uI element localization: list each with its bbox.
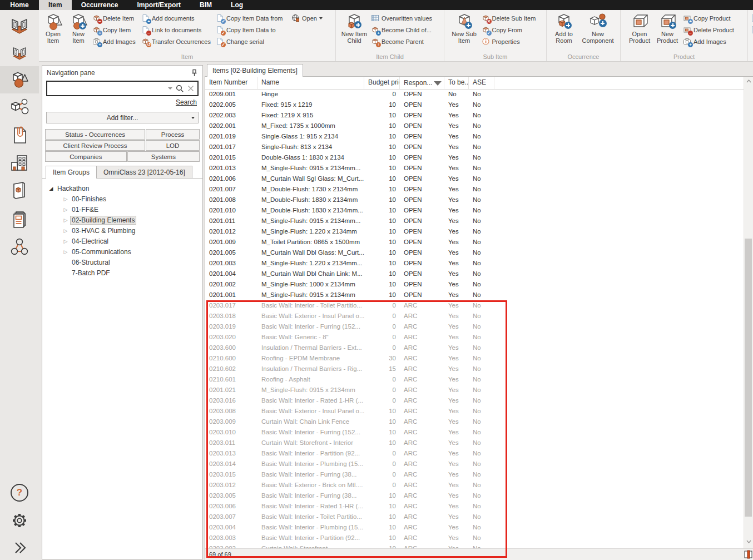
table-row[interactable]: 0201.007M_Double-Flush: 1730 x 2134mm10O…: [205, 184, 744, 195]
column-header-item-number[interactable]: Item Number: [205, 77, 257, 89]
chevron-collapsed-icon[interactable]: ▷: [61, 228, 70, 234]
table-row[interactable]: 0203.016Basic Wall: Interior - Rated 1-H…: [205, 395, 744, 406]
chevron-collapsed-icon[interactable]: ▷: [61, 249, 70, 255]
table-row[interactable]: 0201.005M_Curtain Wall Dbl Glass: M_Curt…: [205, 247, 744, 258]
attachments-icon[interactable]: [0, 121, 39, 148]
table-row[interactable]: 0203.015Basic Wall: Interior - Furring (…: [205, 469, 744, 480]
table-row[interactable]: 0203.007Basic Wall: Interior - Toilet Pa…: [205, 512, 744, 522]
tree-item[interactable]: ▷03-HVAC & Plumbing: [47, 225, 202, 236]
new-component-button[interactable]: New Component: [578, 11, 617, 44]
tree-item[interactable]: ▷02-Building Elements: [47, 215, 202, 225]
vertical-scrollbar[interactable]: [744, 77, 753, 548]
open-product-button[interactable]: Open Product: [626, 11, 653, 44]
table-row[interactable]: 0201.012M_Single-Flush: 1.220 x 2134mm10…: [205, 226, 744, 237]
chevron-collapsed-icon[interactable]: ▷: [61, 217, 70, 223]
items-icon[interactable]: [0, 66, 39, 93]
tab-item-groups[interactable]: Item Groups: [46, 166, 97, 179]
clear-search-icon[interactable]: [187, 85, 194, 92]
table-row[interactable]: 0201.013M_Single-Flush: 0915 x 2134mm...…: [205, 163, 744, 174]
table-row[interactable]: 0203.600Insulation / Thermal Barriers - …: [205, 343, 744, 353]
scrollbar-thumb[interactable]: [745, 239, 752, 517]
table-row[interactable]: 0203.002Curtain Wall: Storefront10ARCYes…: [205, 543, 744, 548]
help-icon[interactable]: ?: [0, 479, 39, 506]
settings-icon[interactable]: [0, 507, 39, 534]
table-row[interactable]: 0203.020Basic Wall: Generic - 8"0ARCYesN…: [205, 332, 744, 343]
overwritten-values-button[interactable]: Overwritten values: [369, 12, 440, 24]
table-row[interactable]: 0203.008Basic Wall: Exterior - Insul Pan…: [205, 406, 744, 417]
search-input[interactable]: [47, 85, 168, 92]
open-item-button[interactable]: Open Item: [40, 11, 66, 44]
filter-systems-button[interactable]: Systems: [127, 151, 200, 162]
tree-item[interactable]: ▷00-Finishes: [47, 194, 202, 204]
search-link[interactable]: Search: [176, 98, 197, 106]
table-row[interactable]: 0201.008M_Double-Flush: 1830 x 2134mm10O…: [205, 195, 744, 205]
filter-companies-button[interactable]: Companies: [45, 151, 127, 162]
filter-client-review-process-button[interactable]: Client Review Process: [45, 140, 145, 151]
column-header-budget-price[interactable]: Budget price: [364, 77, 400, 89]
products-icon[interactable]: [0, 177, 39, 204]
systems-icon[interactable]: [0, 234, 39, 261]
tab-log[interactable]: Log: [221, 0, 252, 10]
table-row[interactable]: 0203.004Basic Wall: Interior - Plumbing …: [205, 522, 744, 533]
copy-item-data-from-button[interactable]: ✓ Copy Item Data from: [214, 12, 290, 24]
search-icon[interactable]: [176, 85, 184, 93]
table-row[interactable]: 0202.001M_Fixed: 1735 x 1000mm10OPENYesN…: [205, 121, 744, 131]
table-row[interactable]: 0203.011Curtain Wall: Storefront - Inter…: [205, 438, 744, 448]
rooms-icon[interactable]: [0, 12, 39, 39]
clipped-link-documents-button[interactable]: − Li: [749, 24, 753, 36]
tab-omniclass[interactable]: OmniClass 23 [2012-05-16]: [96, 166, 192, 178]
tree-item[interactable]: ▷05-Communications: [47, 246, 202, 257]
tree-item[interactable]: 06-Structural: [47, 257, 202, 267]
clipped-add-documents-button[interactable]: + Ad: [749, 12, 753, 24]
scroll-up-icon[interactable]: [744, 77, 753, 86]
column-header-ase[interactable]: ASE: [469, 77, 494, 89]
change-serial-button[interactable]: ✓ Change serial: [214, 36, 331, 47]
filter-process-button[interactable]: Process: [146, 129, 200, 140]
table-row[interactable]: 0202.005Fixed: 915 x 121910OPENYesNo: [205, 100, 744, 110]
transfer-occurrences-button[interactable]: ↺ Transfer Occurrences: [140, 36, 214, 47]
pin-icon[interactable]: [191, 69, 198, 77]
filter-lod-button[interactable]: LOD: [146, 140, 200, 151]
table-row[interactable]: 0201.009M_Toilet Partition: 0865 x 1500m…: [205, 237, 744, 247]
column-header-to-be[interactable]: To be...: [444, 77, 469, 89]
link-to-documents-button[interactable]: − Link to documents: [140, 24, 214, 36]
open-menu-button[interactable]: Open: [290, 12, 324, 24]
table-row[interactable]: 0201.011M_Single-Flush: 0915 x 2134mm...…: [205, 216, 744, 226]
properties-button[interactable]: Properties: [480, 36, 542, 47]
table-row[interactable]: 0203.010Basic Wall: Interior - Furring (…: [205, 427, 744, 438]
copy-item-button[interactable]: + Copy Item: [91, 24, 140, 36]
tree-root[interactable]: ◢ Hackathon: [47, 183, 202, 194]
scroll-down-icon[interactable]: [744, 537, 753, 546]
table-row[interactable]: 0203.012Basic Wall: Exterior - Brick on …: [205, 480, 744, 490]
copy-product-button[interactable]: + Copy Product: [681, 12, 742, 24]
table-row[interactable]: 0203.005Basic Wall: Interior - Furring (…: [205, 490, 744, 501]
table-row[interactable]: 0203.018Basic Wall: Exterior - Insul Pan…: [205, 311, 744, 321]
table-row[interactable]: 0209.001Hinge0OPENNoNo: [205, 89, 744, 100]
items-document-tab[interactable]: Items [02-Building Elements]: [207, 64, 303, 77]
add-documents-button[interactable]: + Add documents: [140, 12, 214, 24]
components-icon[interactable]: [0, 93, 39, 121]
table-row[interactable]: 0201.017Single-Flush: 813 x 213410OPENYe…: [205, 142, 744, 152]
tree-item[interactable]: 7-Batch PDF: [47, 267, 202, 278]
new-sub-item-button[interactable]: New Sub Item: [449, 11, 480, 44]
column-header-responsibility[interactable]: Respon...: [400, 77, 444, 89]
column-header-name[interactable]: Name: [257, 77, 364, 89]
companies-icon[interactable]: [0, 149, 39, 176]
become-parent-button[interactable]: ↑ Become Parent: [369, 36, 440, 47]
chevron-collapsed-icon[interactable]: ▷: [61, 207, 70, 212]
table-row[interactable]: 0203.013Basic Wall: Interior - Partition…: [205, 448, 744, 459]
table-row[interactable]: 0201.006M_Curtain Wall Sgl Glass: M_Curt…: [205, 174, 744, 184]
search-history-chevron-icon[interactable]: [168, 87, 172, 90]
table-row[interactable]: 0203.019Basic Wall: Interior - Furring (…: [205, 321, 744, 332]
chevron-collapsed-icon[interactable]: ▷: [61, 196, 70, 202]
filter-status-occurrences-button[interactable]: Status - Occurrences: [45, 129, 145, 140]
table-row[interactable]: 0201.021M_Single-Flush: 0915 x 2134mm0AR…: [205, 385, 744, 395]
tree-item[interactable]: ▷01-FF&E: [47, 204, 202, 215]
tab-home[interactable]: Home: [0, 0, 39, 10]
table-row[interactable]: 0203.014Basic Wall: Interior - Plumbing …: [205, 459, 744, 469]
tab-occurrence[interactable]: Occurrence: [72, 0, 128, 10]
new-product-button[interactable]: New Product: [653, 11, 681, 44]
tab-import-export[interactable]: Import/Export: [127, 0, 190, 10]
table-row[interactable]: 0210.600Roofing - EPDM Membrane30ARCYesN…: [205, 353, 744, 364]
table-row[interactable]: 0201.019Single-Glass 1: 915 x 213410OPEN…: [205, 131, 744, 142]
